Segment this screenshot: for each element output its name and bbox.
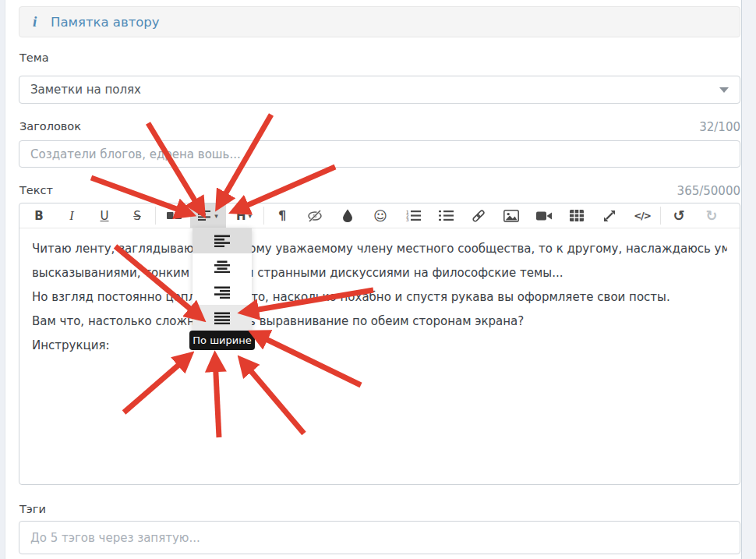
author-memo-banner[interactable]: i Памятка автору — [19, 6, 740, 37]
editor-line: Читаю ленту, заглядываю то к одному уваж… — [32, 237, 727, 261]
undo-button[interactable]: ↺ — [662, 203, 695, 228]
blocks-button[interactable] — [157, 203, 190, 228]
heading-icon: H — [236, 209, 246, 223]
emoji-button[interactable]: ☺ — [364, 203, 397, 228]
link-button[interactable] — [462, 203, 495, 228]
italic-button[interactable]: I — [55, 203, 88, 228]
unordered-list-button[interactable] — [429, 203, 462, 228]
eye-slash-icon — [307, 210, 323, 222]
page-gutter-left — [0, 0, 5, 559]
rich-text-editor: B I U S ▾ H ▾ — [19, 203, 740, 485]
editor-line: Вам что, настолько сложно сделать выравн… — [32, 310, 727, 334]
editor-line: высказываниями, тонким юмором и странным… — [32, 261, 727, 285]
toolbar-separator — [263, 207, 264, 225]
theme-value: Заметки на полях — [30, 83, 141, 97]
page: i Памятка автору Тема Заметки на полях З… — [0, 0, 756, 559]
editor-line: Но взгляд постоянно цепляется за то, нас… — [32, 285, 727, 310]
blocks-icon — [167, 211, 182, 221]
link-icon — [471, 209, 486, 223]
banner-title: Памятка автору — [51, 15, 160, 30]
bold-button[interactable]: B — [23, 203, 55, 228]
strikethrough-icon: S — [133, 209, 141, 223]
align-dropdown-menu — [193, 228, 252, 331]
table-button[interactable] — [560, 203, 593, 228]
menu-item-align-justify[interactable] — [193, 305, 252, 331]
title-label: Заголовок — [19, 120, 81, 133]
table-icon — [570, 210, 584, 221]
tags-label: Тэги — [19, 503, 46, 515]
annotation-arrow — [148, 123, 202, 212]
text-counter: 365/50000 — [585, 184, 740, 198]
align-right-icon — [214, 286, 231, 299]
unordered-list-icon — [438, 210, 454, 221]
fullscreen-button[interactable] — [593, 203, 626, 228]
theme-label: Тема — [19, 51, 49, 64]
menu-item-align-center[interactable] — [193, 253, 252, 279]
info-icon: i — [33, 13, 44, 30]
spoiler-button[interactable] — [299, 203, 331, 228]
menu-item-align-right[interactable] — [193, 279, 252, 305]
redo-icon: ↻ — [705, 207, 717, 224]
video-button[interactable] — [528, 203, 560, 228]
theme-select[interactable]: Заметки на полях — [19, 76, 740, 104]
ordered-list-button[interactable]: 123 — [397, 203, 429, 228]
code-button[interactable]: </> — [626, 203, 659, 228]
justify-tooltip: По ширине — [189, 331, 255, 350]
underline-icon: U — [101, 209, 109, 223]
paragraph-button[interactable]: ¶ — [266, 203, 299, 228]
title-counter: 32/100 — [585, 120, 740, 134]
strikethrough-button[interactable]: S — [121, 203, 154, 228]
toolbar-separator — [155, 207, 156, 225]
scrollbar[interactable] — [741, 0, 756, 559]
editor-toolbar: B I U S ▾ H ▾ — [19, 203, 740, 228]
editor-text-area[interactable]: Читаю ленту, заглядываю то к одному уваж… — [19, 228, 740, 366]
editor-line: Инструкция: — [32, 334, 727, 358]
align-left-icon — [214, 235, 231, 247]
align-center-icon — [214, 260, 231, 273]
droplet-icon — [342, 209, 353, 222]
caret-down-icon: ▾ — [214, 212, 218, 220]
color-button[interactable] — [331, 203, 364, 228]
image-button[interactable] — [495, 203, 528, 228]
video-icon — [536, 211, 552, 221]
align-justify-icon — [214, 312, 231, 324]
code-icon: </> — [634, 211, 651, 221]
italic-icon: I — [69, 209, 73, 223]
caret-down-icon — [719, 87, 729, 93]
menu-item-align-left[interactable] — [193, 228, 252, 253]
align-left-icon — [198, 211, 212, 221]
smiley-icon: ☺ — [373, 208, 387, 224]
title-input[interactable] — [19, 140, 740, 168]
caret-down-icon: ▾ — [249, 212, 253, 220]
toolbar-separator — [660, 207, 661, 225]
paragraph-icon: ¶ — [278, 208, 286, 223]
tags-input[interactable] — [19, 521, 740, 554]
expand-icon — [603, 210, 616, 222]
align-button[interactable]: ▾ — [190, 203, 226, 228]
underline-button[interactable]: U — [88, 203, 121, 228]
undo-icon: ↺ — [673, 207, 684, 224]
ordered-list-icon: 123 — [405, 210, 421, 221]
heading-button[interactable]: H ▾ — [226, 203, 262, 228]
bold-icon: B — [34, 209, 43, 223]
redo-button[interactable]: ↻ — [695, 203, 728, 228]
svg-text:3: 3 — [406, 218, 409, 221]
text-label: Текст — [19, 184, 53, 196]
image-icon — [503, 210, 519, 222]
